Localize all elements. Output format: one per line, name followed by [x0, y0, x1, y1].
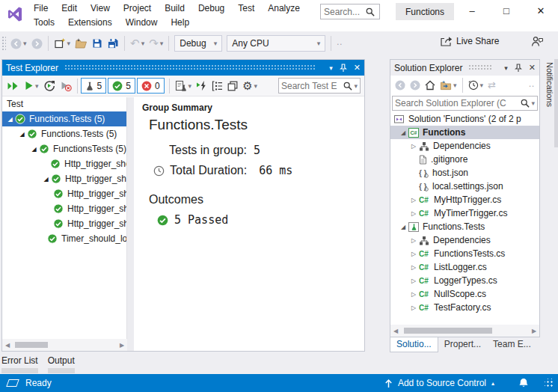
solution-tree-hscrollbar[interactable]: ◀ ▶: [390, 325, 539, 337]
pending-changes-filter-button[interactable]: ▾: [466, 76, 486, 94]
run-tests-button[interactable]: ▾: [22, 77, 41, 95]
tab-output[interactable]: Output: [48, 355, 75, 373]
scrollbar-thumb[interactable]: [404, 328, 492, 334]
expander-icon[interactable]: ▷: [408, 291, 419, 298]
menu-item-build[interactable]: Build: [158, 1, 191, 16]
expander-icon[interactable]: ▷: [408, 197, 419, 203]
repeat-last-run-button[interactable]: [41, 77, 58, 95]
refresh-button[interactable]: ⇄: [485, 76, 498, 94]
group-by-button[interactable]: [209, 77, 225, 95]
filter-passed-tests-chip[interactable]: 5: [108, 78, 135, 94]
solution-tree-row[interactable]: ▷Dependencies: [390, 233, 539, 247]
expander-icon[interactable]: ▷: [408, 210, 419, 217]
sync-with-active-document-button[interactable]: ▾: [438, 76, 459, 94]
test-tree-row[interactable]: Http_trigger_sho: [2, 216, 126, 231]
chevron-down-icon[interactable]: ▾: [531, 99, 535, 107]
filter-total-tests-chip[interactable]: 5: [81, 78, 107, 94]
test-tree-row[interactable]: Timer_should_log_: [2, 231, 126, 246]
tab-solutio[interactable]: Solutio...: [390, 337, 438, 352]
test-tree-hscrollbar[interactable]: ◀ ▶: [2, 339, 127, 351]
test-tree-row[interactable]: ◢Functions.Tests (5): [2, 126, 126, 141]
menu-item-debug[interactable]: Debug: [191, 1, 231, 16]
chevron-down-icon[interactable]: ▾: [188, 82, 192, 90]
live-share-button[interactable]: Live Share: [440, 36, 499, 46]
expander-icon[interactable]: ▷: [408, 251, 419, 257]
close-icon[interactable]: ✕: [529, 63, 536, 73]
pin-icon[interactable]: [340, 64, 347, 73]
passed-outcome-row[interactable]: 5 Passed: [157, 213, 228, 227]
window-position-icon[interactable]: ▾: [504, 64, 508, 72]
debug-last-run-button[interactable]: [194, 77, 209, 95]
redo-button[interactable]: ↷ ▾: [147, 34, 165, 52]
scroll-left-icon[interactable]: ◀: [2, 342, 13, 349]
cancel-run-button[interactable]: [58, 77, 74, 95]
window-position-icon[interactable]: ▾: [329, 64, 333, 72]
background-tasks-icon[interactable]: [6, 379, 19, 387]
navigate-back-button[interactable]: ▾: [8, 34, 29, 52]
expander-icon[interactable]: ◢: [5, 116, 15, 123]
solution-tree-row[interactable]: .gitignore: [390, 153, 539, 166]
tab-propert[interactable]: Propert...: [438, 337, 487, 352]
tab-error-list[interactable]: Error List: [1, 355, 38, 373]
solution-tree-row[interactable]: ▷C#TestFactory.cs: [390, 301, 539, 314]
maximize-button[interactable]: □: [489, 0, 524, 22]
chevron-down-icon[interactable]: ▾: [23, 40, 27, 47]
playlist-button[interactable]: ▾: [173, 77, 194, 95]
close-button[interactable]: ✕: [524, 0, 558, 22]
chevron-down-icon[interactable]: ▾: [254, 82, 258, 90]
save-button[interactable]: [90, 34, 105, 52]
test-tree-row[interactable]: Http_trigger_shoul: [2, 156, 126, 171]
scroll-right-icon[interactable]: ▶: [117, 342, 127, 349]
tree-summary-splitter[interactable]: [127, 97, 134, 351]
resize-grip[interactable]: [545, 379, 554, 388]
solution-tree-row[interactable]: ▷C#LoggerTypes.cs: [390, 274, 539, 287]
menu-item-edit[interactable]: Edit: [55, 1, 84, 16]
test-tree-row[interactable]: Http_trigger_sho: [2, 201, 126, 216]
bell-icon[interactable]: [518, 378, 529, 388]
run-all-tests-button[interactable]: [4, 77, 22, 95]
scroll-right-icon[interactable]: ▶: [529, 328, 539, 334]
scrollbar-thumb[interactable]: [15, 342, 48, 348]
toolbar-overflow-button[interactable]: ∙∙: [527, 76, 537, 94]
home-button[interactable]: [423, 76, 438, 94]
expander-icon[interactable]: ◢: [29, 146, 39, 153]
test-column-header[interactable]: Test: [2, 97, 126, 111]
pin-icon[interactable]: [515, 64, 522, 73]
test-tree-row[interactable]: Http_trigger_sho: [2, 186, 126, 201]
solution-tree-row[interactable]: Solution 'Functions' (2 of 2 p: [390, 112, 539, 126]
new-project-button[interactable]: ▾: [52, 34, 73, 52]
chevron-down-icon[interactable]: ▾: [453, 82, 457, 89]
test-tree-row[interactable]: ◢FunctionsTests (5): [2, 141, 126, 156]
test-settings-button[interactable]: ⚙ ▾: [240, 77, 260, 95]
menu-item-tools[interactable]: Tools: [27, 16, 61, 30]
titlebar-grip[interactable]: [64, 64, 316, 71]
menu-item-analyze[interactable]: Analyze: [261, 1, 307, 16]
solution-tree-row[interactable]: ▷C#MyHttpTrigger.cs: [390, 193, 539, 206]
expander-icon[interactable]: ▷: [408, 143, 419, 150]
solution-search-box[interactable]: ▾: [392, 96, 538, 111]
solution-tree-row[interactable]: ▷Dependencies: [390, 139, 539, 153]
menu-item-window[interactable]: Window: [119, 16, 165, 30]
toolbar-drag-handle[interactable]: [1, 36, 6, 51]
solution-tree-row[interactable]: { }host.json: [390, 166, 539, 180]
chevron-down-icon[interactable]: ▾: [480, 82, 484, 89]
save-all-button[interactable]: [105, 34, 121, 52]
new-test-window-button[interactable]: [225, 77, 240, 95]
solution-tree-row[interactable]: ◢Functions.Tests: [390, 220, 539, 233]
chevron-down-icon[interactable]: ▾: [160, 40, 164, 47]
solution-tree-row[interactable]: ◢C#Functions: [390, 126, 539, 139]
solution-explorer-titlebar[interactable]: Solution Explorer ▾ ✕: [390, 60, 539, 76]
test-tree-row[interactable]: ◢Functions.Tests (5): [2, 111, 126, 126]
expander-icon[interactable]: ▷: [408, 237, 419, 244]
tab-team-e[interactable]: Team E...: [487, 337, 537, 352]
notifications-tab[interactable]: Notifications: [544, 59, 558, 147]
solution-tree-row[interactable]: { }local.settings.json: [390, 180, 539, 193]
undo-button[interactable]: ↶ ▾: [128, 34, 147, 52]
add-to-source-control-button[interactable]: Add to Source Control: [398, 378, 486, 388]
chevron-down-icon[interactable]: ▾: [141, 40, 145, 47]
test-explorer-titlebar[interactable]: Test Explorer ▾ ✕: [2, 60, 364, 76]
expander-icon[interactable]: ▷: [408, 264, 419, 271]
menu-item-test[interactable]: Test: [231, 1, 261, 16]
test-tree-row[interactable]: ◢Http_trigger_shoul: [2, 171, 126, 186]
expander-icon[interactable]: ◢: [398, 129, 408, 136]
